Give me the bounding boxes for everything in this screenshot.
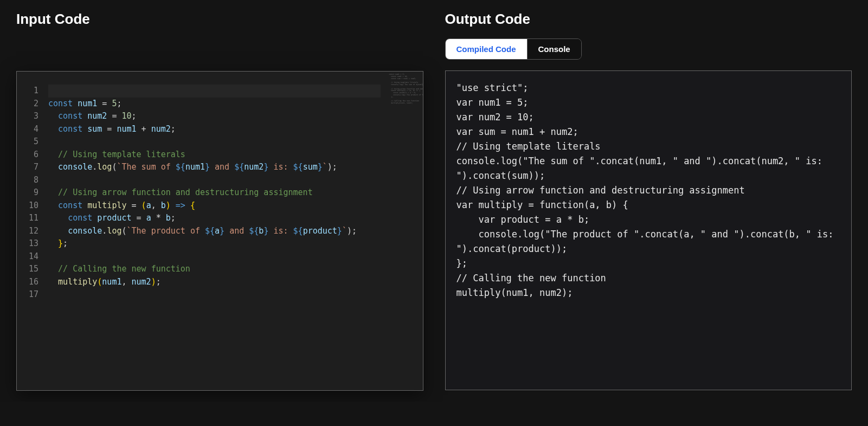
line-number: 7	[17, 161, 38, 174]
code-line[interactable]: const multiply = (a, b) => {	[48, 199, 381, 212]
code-line[interactable]	[48, 174, 381, 187]
line-number: 9	[17, 186, 38, 199]
tab-console[interactable]: Console	[527, 39, 581, 59]
code-line[interactable]: // Using template literals	[48, 149, 381, 162]
code-line[interactable]	[48, 135, 381, 149]
main-container: Input Code 1 2 3 4 5 6 7 8 9 10 11 12 13	[16, 11, 852, 391]
line-number: 15	[17, 263, 38, 276]
line-number: 16	[17, 276, 38, 289]
editor-inner: 1 2 3 4 5 6 7 8 9 10 11 12 13 14 15 16 1	[17, 72, 386, 390]
line-number: 12	[17, 225, 38, 238]
line-number: 10	[17, 199, 38, 212]
line-number: 2	[17, 98, 38, 111]
code-line[interactable]: multiply(num1, num2);	[48, 276, 381, 289]
output-title: Output Code	[445, 11, 852, 28]
minimap[interactable]: const num1 = 5; const num2 = 10; const s…	[386, 72, 423, 390]
code-line[interactable]: // Calling the new function	[48, 263, 381, 276]
code-line[interactable]: const num2 = 10;	[48, 110, 381, 123]
line-number: 8	[17, 174, 38, 187]
code-line[interactable]: // Using arrow function and destructurin…	[48, 186, 381, 199]
code-line[interactable]	[48, 288, 381, 301]
output-code-box: "use strict"; var num1 = 5; var num2 = 1…	[445, 70, 852, 390]
line-number: 1	[17, 85, 38, 98]
line-number: 17	[17, 288, 38, 301]
line-number: 14	[17, 250, 38, 263]
code-line[interactable]: const product = a * b;	[48, 212, 381, 225]
line-number: 13	[17, 237, 38, 250]
code-line[interactable]: console.log(`The product of ${a} and ${b…	[48, 225, 381, 238]
line-number-gutter: 1 2 3 4 5 6 7 8 9 10 11 12 13 14 15 16 1	[17, 85, 48, 390]
code-line[interactable]	[48, 250, 381, 263]
line-number: 5	[17, 135, 38, 149]
input-title: Input Code	[16, 11, 423, 28]
code-line[interactable]: const sum = num1 + num2;	[48, 123, 381, 136]
line-number: 6	[17, 149, 38, 162]
compiled-output[interactable]: "use strict"; var num1 = 5; var num2 = 1…	[446, 71, 852, 310]
output-panel: Output Code Compiled Code Console "use s…	[445, 11, 852, 391]
code-editor[interactable]: 1 2 3 4 5 6 7 8 9 10 11 12 13 14 15 16 1	[16, 71, 423, 391]
tab-compiled-code[interactable]: Compiled Code	[446, 39, 527, 59]
line-number: 4	[17, 123, 38, 136]
code-line[interactable]	[48, 85, 381, 98]
code-line[interactable]: };	[48, 237, 381, 250]
output-tabs: Compiled Code Console	[445, 38, 582, 60]
code-line[interactable]: const num1 = 5;	[48, 98, 381, 111]
input-panel: Input Code 1 2 3 4 5 6 7 8 9 10 11 12 13	[16, 11, 423, 391]
line-number: 11	[17, 212, 38, 225]
code-line[interactable]: console.log(`The sum of ${num1} and ${nu…	[48, 161, 381, 174]
code-content[interactable]: const num1 = 5; const num2 = 10; const s…	[48, 85, 386, 390]
line-number: 3	[17, 110, 38, 123]
